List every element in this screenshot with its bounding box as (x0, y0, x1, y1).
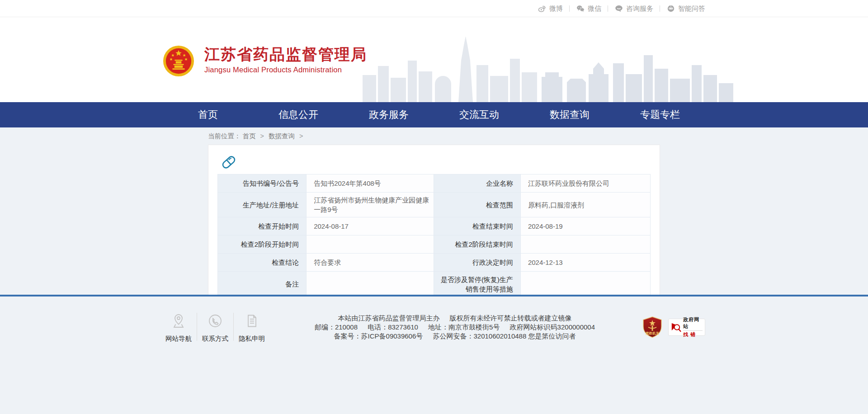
table-row: 检查2阶段开始时间 检查2阶段结束时间 (218, 235, 651, 254)
field-label: 检查2阶段结束时间 (434, 235, 520, 254)
footer-quicklinks: 网站导航 联系方式 (163, 312, 268, 343)
quicklink-divider (233, 313, 234, 341)
field-value (520, 235, 650, 254)
content-area: 当前位置： 首页 > 数据查询 > 告知书编号/ (0, 127, 868, 295)
field-value (307, 272, 434, 297)
site-header: 江苏省药品监督管理局 Jiangsu Medical Products Admi… (0, 17, 868, 102)
field-value: 江苏省扬州市扬州生物健康产业园健康一路9号 (307, 193, 434, 217)
site-subtitle: Jiangsu Medical Products Administration (204, 66, 367, 74)
contact-label: 联系方式 (202, 335, 228, 342)
nav-item-info-disclosure[interactable]: 信息公开 (253, 102, 344, 127)
field-label: 检查结束时间 (434, 217, 520, 235)
field-label: 检查2阶段开始时间 (218, 235, 307, 254)
field-label: 检查结论 (218, 254, 307, 272)
nav-item-interaction[interactable]: 交流互动 (434, 102, 524, 127)
capsule-icon (221, 154, 651, 170)
site-title: 江苏省药品监督管理局 (204, 46, 367, 63)
error-report-magnifier-icon (671, 321, 681, 333)
breadcrumb-prefix: 当前位置： (208, 132, 241, 140)
field-label: 备注 (218, 272, 307, 297)
field-value: 2024-08-17 (307, 217, 434, 235)
breadcrumb-separator: > (260, 132, 264, 140)
privacy-link[interactable]: 隐私申明 (236, 312, 268, 343)
consult-service-link[interactable]: 咨询服务 (614, 4, 653, 13)
inspection-detail-table: 告知书编号/公告号 告知书2024年第408号 企业名称 江苏联环药业股份有限公… (217, 174, 651, 297)
field-value (307, 235, 434, 254)
wechat-label: 微信 (588, 5, 601, 13)
field-label: 企业名称 (434, 174, 520, 193)
main-nav: 首页 信息公开 政务服务 交流互动 数据查询 专题专栏 (0, 102, 868, 127)
party-gov-shield-badge[interactable]: 党政机关 (642, 316, 663, 338)
site-footer: 网站导航 联系方式 (0, 296, 868, 412)
chat-bubble-icon (614, 4, 623, 13)
badge-gov-site-label: 政府网站 (683, 316, 703, 331)
breadcrumb: 当前位置： 首页 > 数据查询 > (208, 131, 660, 141)
svg-text:党政机关: 党政机关 (645, 331, 660, 335)
field-value: 告知书2024年第408号 (307, 174, 434, 193)
footer-line-1: 本站由江苏省药品监督管理局主办 版权所有未经许可禁止转载或者建立镜像 (268, 314, 642, 323)
table-row: 检查结论 符合要求 行政决定时间 2024-12-13 (218, 254, 651, 272)
footer-line-3: 备案号：苏ICP备09039606号 苏公网安备：32010602010488 … (268, 332, 642, 341)
site-map-label: 网站导航 (165, 335, 192, 342)
field-label: 检查范围 (434, 193, 520, 217)
breadcrumb-link-data-query[interactable]: 数据查询 (269, 132, 295, 140)
wechat-icon (576, 4, 585, 13)
breadcrumb-separator: > (299, 132, 303, 140)
table-row: 生产地址/注册地址 江苏省扬州市扬州生物健康产业园健康一路9号 检查范围 原料药… (218, 193, 651, 217)
field-label: 告知书编号/公告号 (218, 174, 307, 193)
topbar: 微博 微信 咨询服务 (0, 0, 868, 17)
table-row: 告知书编号/公告号 告知书2024年第408号 企业名称 江苏联环药业股份有限公… (218, 174, 651, 193)
smart-qa-link[interactable]: 智能问答 (666, 4, 705, 13)
smart-qa-label: 智能问答 (678, 5, 705, 13)
footer-badges: 党政机关 政府网站 找错 (642, 316, 705, 338)
field-value: 符合要求 (307, 254, 434, 272)
badge-find-error-label: 找错 (683, 331, 703, 338)
field-label: 行政决定时间 (434, 254, 520, 272)
map-pin-icon (170, 313, 187, 329)
privacy-label: 隐私申明 (239, 335, 265, 342)
breadcrumb-link-home[interactable]: 首页 (243, 132, 256, 140)
table-row: 备注 是否涉及暂停(恢复)生产销售使用等措施 (218, 272, 651, 297)
wechat-link[interactable]: 微信 (576, 4, 601, 13)
field-label: 生产地址/注册地址 (218, 193, 307, 217)
document-icon (244, 313, 260, 329)
field-value: 原料药,口服溶液剂 (520, 193, 650, 217)
nav-item-data-query[interactable]: 数据查询 (524, 102, 615, 127)
site-map-link[interactable]: 网站导航 (163, 312, 194, 343)
field-label: 检查开始时间 (218, 217, 307, 235)
topbar-divider (660, 5, 660, 12)
nav-item-gov-services[interactable]: 政务服务 (344, 102, 434, 127)
weibo-label: 微博 (549, 5, 563, 13)
quicklink-divider (197, 313, 197, 341)
robot-icon (666, 4, 675, 13)
field-value: 2024-12-13 (520, 254, 650, 272)
field-value (520, 272, 650, 297)
field-label: 是否涉及暂停(恢复)生产销售使用等措施 (434, 272, 520, 297)
national-emblem-logo (163, 45, 194, 77)
footer-line-2: 邮编：210008 电话：83273610 地址：南京市鼓楼街5号 政府网站标识… (268, 323, 642, 332)
nav-item-special-columns[interactable]: 专题专栏 (615, 102, 705, 127)
table-row: 检查开始时间 2024-08-17 检查结束时间 2024-08-19 (218, 217, 651, 235)
nav-item-home[interactable]: 首页 (163, 102, 253, 127)
footer-info-text: 本站由江苏省药品监督管理局主办 版权所有未经许可禁止转载或者建立镜像 邮编：21… (268, 312, 642, 341)
phone-icon (207, 313, 223, 329)
detail-card: 告知书编号/公告号 告知书2024年第408号 企业名称 江苏联环药业股份有限公… (208, 145, 660, 302)
weibo-icon (538, 4, 547, 13)
gov-site-error-report-badge[interactable]: 政府网站 找错 (668, 319, 705, 336)
weibo-link[interactable]: 微博 (538, 4, 563, 13)
topbar-divider (569, 5, 570, 12)
topbar-divider (608, 5, 608, 12)
contact-link[interactable]: 联系方式 (199, 312, 231, 343)
field-value: 江苏联环药业股份有限公司 (520, 174, 650, 193)
consult-service-label: 咨询服务 (626, 5, 653, 13)
field-value: 2024-08-19 (520, 217, 650, 235)
